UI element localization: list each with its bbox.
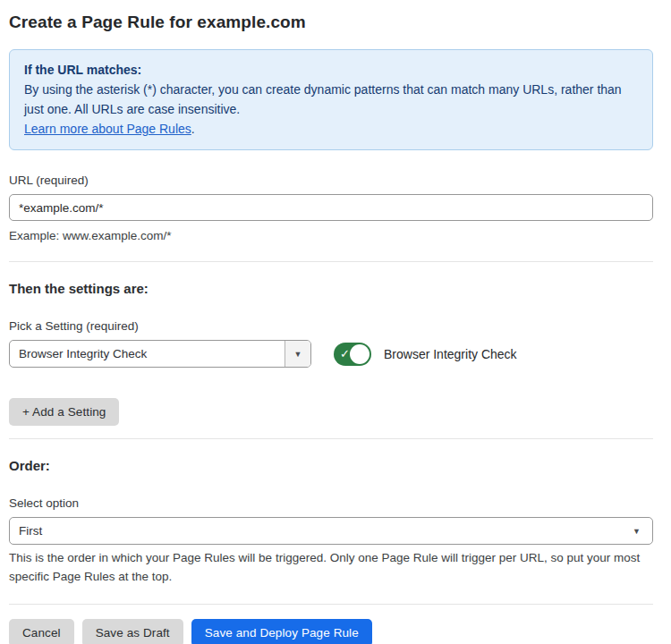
- save-as-draft-button[interactable]: Save as Draft: [82, 619, 183, 644]
- add-setting-button[interactable]: + Add a Setting: [9, 398, 119, 426]
- url-match-info-box: If the URL matches: By using the asteris…: [9, 49, 653, 150]
- divider: [9, 604, 653, 605]
- toggle-label: Browser Integrity Check: [384, 347, 517, 361]
- setting-select-value: Browser Integrity Check: [10, 341, 285, 367]
- order-select-value: First: [19, 524, 42, 538]
- chevron-down-icon: ▼: [294, 350, 302, 359]
- page-title: Create a Page Rule for example.com: [9, 13, 653, 32]
- order-select-label: Select option: [9, 496, 653, 510]
- order-select[interactable]: First ▼: [9, 517, 653, 545]
- footer-actions: Cancel Save as Draft Save and Deploy Pag…: [9, 619, 653, 644]
- info-box-heading: If the URL matches:: [24, 60, 638, 80]
- cancel-button[interactable]: Cancel: [9, 619, 74, 644]
- browser-integrity-toggle[interactable]: ✓: [334, 343, 371, 366]
- url-example-helper: Example: www.example.com/*: [9, 227, 653, 246]
- url-field-label: URL (required): [9, 174, 653, 187]
- toggle-check-icon: ✓: [340, 348, 350, 360]
- order-helper-text: This is the order in which your Page Rul…: [9, 549, 653, 587]
- url-input[interactable]: [9, 194, 653, 221]
- save-and-deploy-button[interactable]: Save and Deploy Page Rule: [191, 619, 372, 644]
- order-section-heading: Order:: [9, 458, 653, 473]
- divider: [9, 261, 653, 262]
- chevron-down-icon: ▼: [633, 527, 641, 536]
- toggle-knob: [350, 344, 369, 364]
- divider: [9, 438, 653, 439]
- page-rule-form: Create a Page Rule for example.com If th…: [0, 0, 671, 644]
- settings-section-heading: Then the settings are:: [9, 281, 653, 296]
- setting-picker-label: Pick a Setting (required): [9, 319, 653, 333]
- learn-more-link[interactable]: Learn more about Page Rules: [24, 122, 191, 136]
- setting-select[interactable]: Browser Integrity Check ▼: [9, 340, 311, 368]
- setting-select-arrow-button[interactable]: ▼: [285, 341, 310, 367]
- link-suffix: .: [191, 122, 195, 136]
- setting-row: Browser Integrity Check ▼ ✓ Browser Inte…: [9, 340, 653, 368]
- info-box-body: By using the asterisk (*) character, you…: [24, 80, 638, 119]
- info-box-link-line: Learn more about Page Rules.: [24, 119, 638, 139]
